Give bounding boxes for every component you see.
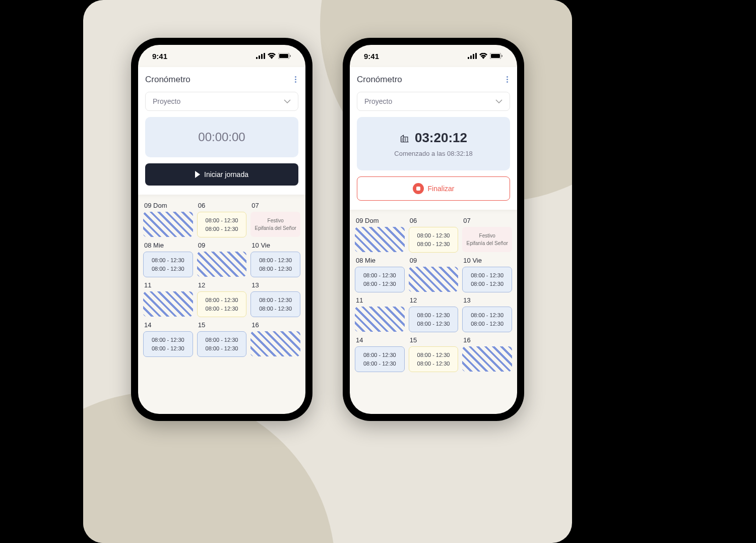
battery-icon — [278, 53, 291, 59]
calendar-cell[interactable]: 1408:00 - 12:3008:00 - 12:30 — [143, 321, 193, 357]
project-select[interactable]: Proyecto — [145, 92, 298, 111]
calendar-cell[interactable]: 09 — [197, 242, 247, 277]
calendar-entry-line: 08:00 - 12:30 — [363, 280, 396, 288]
status-icons — [468, 53, 503, 59]
phone-screen: 9:41 Cronómetro Proyecto — [350, 45, 517, 414]
calendar-day-label: 09 — [197, 242, 247, 249]
phone-screen: 9:41 Cronómetro Proyecto 00:00:00 — [138, 45, 305, 414]
timer-value: 00:00:00 — [152, 130, 291, 144]
stop-button[interactable]: Finalizar — [357, 176, 510, 201]
calendar-cell[interactable]: 0608:00 - 12:3008:00 - 12:30 — [197, 202, 247, 237]
status-bar: 9:41 — [350, 45, 517, 67]
calendar-cell[interactable]: 1308:00 - 12:3008:00 - 12:30 — [462, 296, 512, 332]
calendar-day-box — [409, 267, 459, 292]
start-button-label: Iniciar jornada — [204, 170, 248, 178]
calendar-cell[interactable]: 08 Mie08:00 - 12:3008:00 - 12:30 — [355, 257, 405, 292]
calendar-day-box: 08:00 - 12:3008:00 - 12:30 — [355, 267, 405, 292]
calendar-day-label: 14 — [143, 321, 193, 329]
phones-container: 9:41 Cronómetro Proyecto 00:00:00 — [83, 0, 572, 543]
status-time: 9:41 — [364, 52, 379, 61]
calendar-cell[interactable]: 09 — [409, 257, 459, 292]
calendar-entry-line: Festivo — [268, 217, 284, 224]
calendar: 09 Dom0608:00 - 12:3008:00 - 12:3007Fest… — [138, 195, 305, 414]
more-menu-button[interactable] — [293, 74, 298, 85]
calendar-day-box — [143, 212, 193, 237]
svg-rect-10 — [475, 53, 477, 59]
calendar-day-label: 15 — [197, 321, 247, 329]
calendar-entry-line: 08:00 - 12:30 — [417, 240, 450, 249]
calendar-day-box: 08:00 - 12:3008:00 - 12:30 — [409, 346, 459, 372]
start-button[interactable]: Iniciar jornada — [145, 163, 298, 186]
calendar-cell[interactable]: 10 Vie08:00 - 12:3008:00 - 12:30 — [462, 257, 512, 292]
calendar-day-label: 07 — [462, 217, 512, 224]
svg-rect-5 — [279, 54, 288, 58]
calendar-day-box: 08:00 - 12:3008:00 - 12:30 — [250, 291, 300, 317]
header-card: Cronómetro Proyecto 03:20:12 Comenzado a… — [350, 67, 517, 210]
calendar-day-label: 08 Mie — [143, 242, 193, 249]
calendar-cell[interactable]: 1408:00 - 12:3008:00 - 12:30 — [355, 336, 405, 372]
building-icon — [400, 133, 410, 143]
calendar-cell[interactable]: 16 — [462, 336, 512, 372]
calendar-entry-line: 08:00 - 12:30 — [417, 231, 450, 240]
calendar-cell[interactable]: 1208:00 - 12:3008:00 - 12:30 — [197, 281, 247, 317]
svg-rect-9 — [473, 54, 474, 59]
calendar-entry-line: 08:00 - 12:30 — [152, 344, 184, 353]
calendar-cell[interactable]: 08 Mie08:00 - 12:3008:00 - 12:30 — [143, 242, 193, 277]
svg-rect-0 — [256, 57, 258, 59]
calendar-day-box: 08:00 - 12:3008:00 - 12:30 — [197, 212, 247, 237]
calendar-day-label: 13 — [462, 296, 512, 304]
calendar-cell[interactable]: 1508:00 - 12:3008:00 - 12:30 — [409, 336, 459, 372]
calendar-cell[interactable]: 09 Dom — [143, 202, 193, 237]
timer-display: 03:20:12 Comenzado a las 08:32:18 — [357, 117, 510, 170]
status-bar: 9:41 — [138, 45, 305, 67]
calendar-day-label: 13 — [250, 281, 300, 289]
calendar-day-label: 09 Dom — [355, 217, 405, 224]
stop-icon — [413, 183, 424, 194]
calendar-day-box — [355, 307, 405, 332]
calendar-cell[interactable]: 11 — [143, 281, 193, 317]
calendar-cell[interactable]: 1308:00 - 12:3008:00 - 12:30 — [250, 281, 300, 317]
calendar-day-label: 12 — [409, 296, 459, 304]
status-icons — [256, 53, 291, 59]
calendar-entry-line: 08:00 - 12:30 — [206, 336, 238, 344]
svg-rect-6 — [290, 55, 291, 57]
project-select-label: Proyecto — [364, 97, 392, 105]
calendar-cell[interactable]: 11 — [355, 296, 405, 332]
chevron-down-icon — [495, 99, 502, 103]
calendar-day-box: 08:00 - 12:3008:00 - 12:30 — [409, 307, 459, 332]
calendar-entry-line: Festivo — [479, 232, 495, 239]
calendar-day-box: 08:00 - 12:3008:00 - 12:30 — [197, 291, 247, 317]
svg-rect-1 — [259, 55, 260, 59]
more-menu-button[interactable] — [505, 74, 510, 85]
calendar-entry-line: 08:00 - 12:30 — [206, 344, 238, 353]
page-title: Cronómetro — [145, 75, 191, 85]
calendar-cell[interactable]: 07FestivoEpifanía del Señor — [250, 202, 300, 237]
project-select[interactable]: Proyecto — [357, 92, 510, 111]
calendar-cell[interactable]: 16 — [250, 321, 300, 357]
calendar-cell[interactable]: 09 Dom — [355, 217, 405, 253]
stop-button-label: Finalizar — [428, 185, 455, 193]
calendar-entry-line: 08:00 - 12:30 — [417, 351, 450, 359]
calendar-cell[interactable]: 1508:00 - 12:3008:00 - 12:30 — [197, 321, 247, 357]
calendar-day-box: 08:00 - 12:3008:00 - 12:30 — [143, 331, 193, 357]
calendar-entry-line: 08:00 - 12:30 — [363, 271, 396, 280]
calendar-entry-line: 08:00 - 12:30 — [206, 216, 238, 225]
calendar-day-box: 08:00 - 12:3008:00 - 12:30 — [462, 307, 512, 332]
calendar-entry-line: 08:00 - 12:30 — [259, 265, 292, 273]
calendar-cell[interactable]: 07FestivoEpifanía del Señor — [462, 217, 512, 253]
calendar-entry-line: 08:00 - 12:30 — [152, 336, 184, 344]
calendar-entry-line: Epifanía del Señor — [467, 239, 508, 247]
calendar-entry-line: 08:00 - 12:30 — [206, 296, 238, 305]
calendar-entry-line: 08:00 - 12:30 — [206, 225, 238, 233]
header-row: Cronómetro — [145, 74, 298, 85]
calendar-entry-line: 08:00 - 12:30 — [259, 256, 292, 265]
calendar-day-box — [143, 291, 193, 317]
calendar-cell[interactable]: 10 Vie08:00 - 12:3008:00 - 12:30 — [250, 242, 300, 277]
calendar-cell[interactable]: 0608:00 - 12:3008:00 - 12:30 — [409, 217, 459, 253]
calendar-cell[interactable]: 1208:00 - 12:3008:00 - 12:30 — [409, 296, 459, 332]
calendar-day-label: 16 — [462, 336, 512, 344]
calendar-day-box: FestivoEpifanía del Señor — [462, 227, 512, 252]
calendar-day-label: 10 Vie — [250, 242, 300, 249]
calendar-day-label: 06 — [409, 217, 459, 224]
calendar-entry-line: 08:00 - 12:30 — [259, 305, 292, 313]
